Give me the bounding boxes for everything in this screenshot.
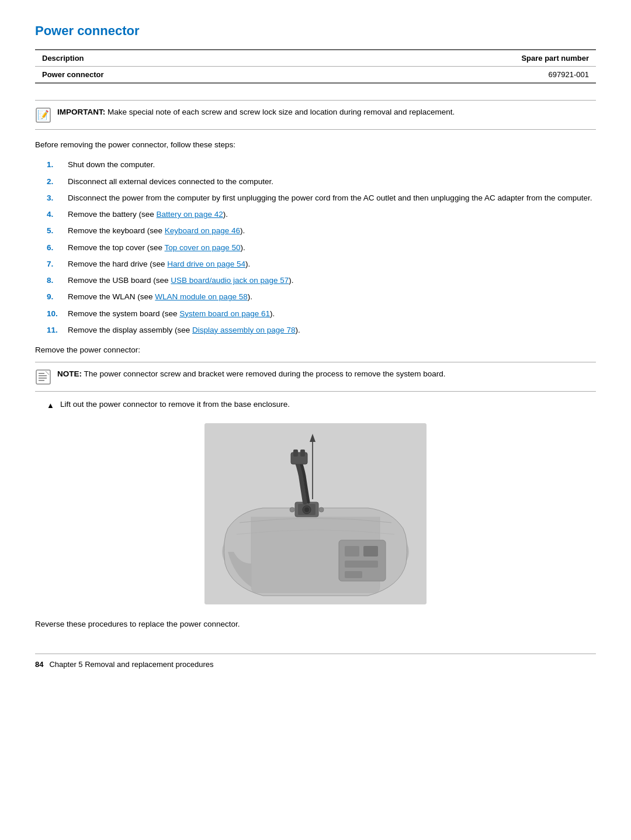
note-body: The power connector screw and bracket we… [82,369,446,378]
battery-link[interactable]: Battery on page 42 [157,210,223,219]
list-item: 5. Remove the keyboard (see Keyboard on … [47,225,596,237]
table-cell-part-number: 697921-001 [305,67,596,84]
step-number: 9. [47,291,68,303]
step-number: 2. [47,176,68,188]
svg-rect-11 [363,546,378,556]
important-icon: 📝 [35,107,51,123]
step-number: 3. [47,192,68,204]
footer-page-number: 84 [35,660,43,669]
steps-list: 1. Shut down the computer. 2. Disconnect… [47,159,596,336]
important-body: Make special note of each screw and scre… [105,108,455,116]
svg-text:📝: 📝 [37,109,49,120]
keyboard-link[interactable]: Keyboard on page 46 [165,226,240,235]
list-item: 3. Disconnect the power from the compute… [47,192,596,204]
note-box: NOTE: The power connector screw and brac… [35,362,596,392]
footer: 84 Chapter 5 Removal and replacement pro… [35,654,596,669]
reverse-text: Reverse these procedures to replace the … [35,618,596,630]
parts-table: Description Spare part number Power conn… [35,49,596,84]
step-content: Shut down the computer. [68,159,596,171]
svg-rect-13 [345,571,362,578]
page-title: Power connector [35,23,596,39]
hard-drive-link[interactable]: Hard drive on page 54 [167,260,245,268]
list-item: 8. Remove the USB board (see USB board/a… [47,275,596,286]
list-item: 7. Remove the hard drive (see Hard drive… [47,258,596,270]
note-label: NOTE: [57,369,82,378]
svg-rect-4 [39,375,47,376]
intro-text: Before removing the power connector, fol… [35,139,596,151]
step-content: Remove the top cover (see Top cover on p… [68,242,596,254]
svg-point-24 [319,507,324,512]
list-item: 1. Shut down the computer. [47,159,596,171]
svg-rect-6 [39,380,44,381]
step-number: 10. [47,308,68,320]
svg-point-17 [304,507,309,512]
triangle-icon: ▲ [47,400,54,412]
step-number: 5. [47,225,68,237]
note-text: NOTE: The power connector screw and brac… [57,368,446,380]
diagram-container [35,423,596,604]
remove-intro-text: Remove the power connector: [35,344,596,356]
table-row: Power connector 697921-001 [35,67,596,84]
important-label: IMPORTANT: [57,108,105,116]
step-number: 6. [47,242,68,254]
svg-rect-10 [345,546,359,556]
list-item: 10. Remove the system board (see System … [47,308,596,320]
step-number: 7. [47,258,68,270]
table-header-description: Description [35,50,305,67]
system-board-link[interactable]: System board on page 61 [179,309,270,318]
svg-rect-12 [345,561,378,568]
table-header-spare-part: Spare part number [305,50,596,67]
top-cover-link[interactable]: Top cover on page 50 [165,243,241,252]
svg-rect-3 [39,373,44,374]
table-cell-description: Power connector [35,67,305,84]
important-text: IMPORTANT: Make special note of each scr… [57,106,455,118]
step-number: 4. [47,209,68,220]
usb-board-link[interactable]: USB board/audio jack on page 57 [171,276,289,285]
step-number: 1. [47,159,68,171]
step-content: Disconnect all external devices connecte… [68,176,596,188]
step-content: Remove the battery (see Battery on page … [68,209,596,220]
list-item: 6. Remove the top cover (see Top cover o… [47,242,596,254]
step-number: 11. [47,324,68,336]
svg-rect-19 [293,450,298,457]
svg-rect-5 [39,378,47,379]
step-content: Remove the WLAN (see WLAN module on page… [68,291,596,303]
step-content: Remove the display assembly (see Display… [68,324,596,336]
note-icon [35,369,51,385]
step-content: Remove the USB board (see USB board/audi… [68,275,596,286]
list-item: 11. Remove the display assembly (see Dis… [47,324,596,336]
step-content: Remove the hard drive (see Hard drive on… [68,258,596,270]
footer-chapter: Chapter 5 Removal and replacement proced… [49,660,213,669]
important-box: 📝 IMPORTANT: Make special note of each s… [35,100,596,130]
step-content: Remove the keyboard (see Keyboard on pag… [68,225,596,237]
step-content: Disconnect the power from the computer b… [68,192,596,204]
list-item: 9. Remove the WLAN (see WLAN module on p… [47,291,596,303]
step-content: Remove the system board (see System boar… [68,308,596,320]
display-assembly-link[interactable]: Display assembly on page 78 [192,326,295,334]
svg-rect-20 [300,450,305,457]
svg-rect-2 [36,370,50,384]
svg-point-23 [290,507,294,512]
bullet-text: Lift out the power connector to remove i… [60,399,290,410]
bullet-item: ▲ Lift out the power connector to remove… [47,399,596,412]
step-number: 8. [47,275,68,286]
list-item: 4. Remove the battery (see Battery on pa… [47,209,596,220]
list-item: 2. Disconnect all external devices conne… [47,176,596,188]
power-connector-diagram [204,423,427,604]
wlan-link[interactable]: WLAN module on page 58 [155,292,247,301]
